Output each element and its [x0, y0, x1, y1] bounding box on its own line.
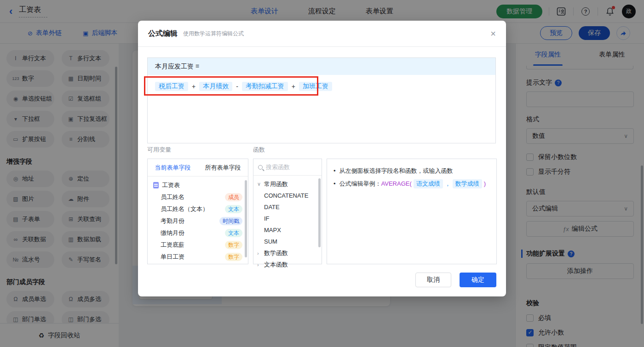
- example-field-chip: 语文成绩: [414, 179, 443, 188]
- variable-item[interactable]: 单日工资 数字: [148, 251, 248, 263]
- variables-list: 工资表 员工姓名 成员 员工姓名（文本） 文本 考勤月份 时间戳 缴纳月份 文本…: [148, 176, 248, 263]
- function-group-text[interactable]: › 文本函数: [253, 259, 322, 270]
- variable-item[interactable]: 考勤月份 时间戳: [148, 215, 248, 227]
- function-search[interactable]: [253, 159, 322, 176]
- formula-operator: -: [236, 83, 238, 90]
- variables-panel: 当前表单字段 所有表单字段 工资表 员工姓名 成员 员工姓名（文本） 文本 考勤…: [147, 159, 248, 264]
- variable-name: 员工姓名: [161, 193, 184, 201]
- formula-target: 本月应发工资 =: [148, 58, 495, 75]
- tab-current-form-fields[interactable]: 当前表单字段: [148, 159, 198, 176]
- search-icon: [258, 165, 263, 170]
- hint-line-1: • 从左侧面板选择字段名和函数，或输入函数: [334, 166, 490, 176]
- function-group-math[interactable]: › 数学函数: [253, 247, 322, 259]
- modal-subtitle: 使用数学运算符编辑公式: [183, 30, 244, 38]
- type-badge: 数字: [225, 253, 242, 261]
- form-doc-icon: [153, 182, 159, 188]
- functions-scrollbar[interactable]: [318, 178, 321, 247]
- search-input[interactable]: [266, 164, 312, 171]
- type-badge: 文本: [225, 229, 242, 237]
- modal-header: 公式编辑 使用数学运算符编辑公式 ×: [138, 21, 506, 47]
- confirm-button[interactable]: 确定: [460, 273, 496, 287]
- hints-panel: • 从左侧面板选择字段名和函数，或输入函数 • 公式编辑举例：AVERAGE(语…: [327, 159, 497, 264]
- form-name: 工资表: [162, 181, 180, 189]
- variable-item[interactable]: 员工姓名（文本） 文本: [148, 203, 248, 215]
- variable-item[interactable]: 缴纳月份 文本: [148, 227, 248, 239]
- variable-item[interactable]: 工资底薪 数字: [148, 239, 248, 251]
- variable-item[interactable]: 员工姓名 成员: [148, 191, 248, 203]
- caret-right-icon: ›: [257, 250, 262, 256]
- formula-field-chip[interactable]: 本月绩效: [199, 82, 232, 91]
- formula-field-chip[interactable]: 加班工资: [299, 82, 332, 91]
- function-item[interactable]: MAPX: [253, 224, 322, 236]
- caret-down-icon: ∨: [257, 181, 262, 187]
- variable-name: 缴纳月份: [161, 229, 184, 237]
- functions-panel: ∨ 常用函数 CONCATENATE DATE IF MAPX SUM › 数学…: [253, 159, 322, 264]
- variable-name: 考勤月份: [161, 217, 184, 225]
- variable-name: 单日工资: [161, 253, 184, 261]
- cancel-button[interactable]: 取消: [415, 273, 451, 287]
- formula-field-chip[interactable]: 税后工资: [155, 82, 188, 91]
- function-item[interactable]: CONCATENATE: [253, 190, 322, 201]
- hint-line-2: • 公式编辑举例：AVERAGE(语文成绩，数学成绩): [334, 179, 490, 188]
- example-field-chip: 数学成绩: [453, 179, 482, 188]
- formula-operator: +: [292, 83, 295, 90]
- formula-field-chip[interactable]: 考勤扣减工资: [242, 82, 288, 91]
- formula-editor[interactable]: 本月应发工资 = 税后工资 + 本月绩效 - 考勤扣减工资 + 加班工资: [147, 57, 496, 143]
- functions-label: 函数: [253, 146, 265, 154]
- function-item[interactable]: SUM: [253, 236, 322, 247]
- function-item[interactable]: DATE: [253, 201, 322, 213]
- type-badge: 数字: [225, 241, 242, 249]
- modal-title: 公式编辑: [148, 29, 178, 39]
- variables-scrollbar[interactable]: [245, 180, 247, 257]
- function-group-common[interactable]: ∨ 常用函数: [253, 178, 322, 190]
- type-badge: 文本: [225, 205, 242, 213]
- variables-form-node[interactable]: 工资表: [148, 179, 248, 191]
- function-item[interactable]: IF: [253, 213, 322, 224]
- bullet: •: [334, 179, 336, 188]
- variable-name: 工资底薪: [161, 241, 184, 249]
- bullet: •: [334, 166, 336, 176]
- type-badge: 时间戳: [219, 217, 242, 225]
- variable-name: 员工姓名（文本）: [161, 205, 208, 213]
- tab-all-form-fields[interactable]: 所有表单字段: [198, 159, 248, 176]
- formula-operator: +: [192, 83, 196, 90]
- formula-edit-modal: 公式编辑 使用数学运算符编辑公式 × 本月应发工资 = 税后工资 + 本月绩效 …: [138, 21, 506, 296]
- caret-right-icon: ›: [257, 262, 262, 267]
- formula-expression[interactable]: 税后工资 + 本月绩效 - 考勤扣减工资 + 加班工资: [148, 75, 495, 98]
- type-badge: 成员: [225, 193, 242, 201]
- variables-label: 可用变量: [147, 146, 171, 154]
- close-icon[interactable]: ×: [490, 29, 496, 38]
- variables-tabs: 当前表单字段 所有表单字段: [148, 159, 248, 176]
